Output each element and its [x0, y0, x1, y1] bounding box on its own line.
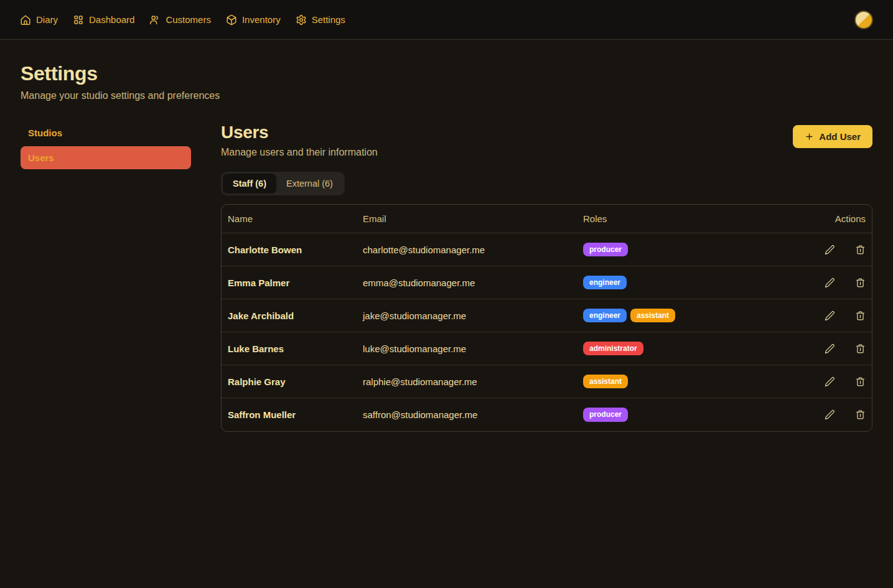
- nav-item-label: Customers: [166, 14, 211, 25]
- delete-user-button[interactable]: [855, 278, 866, 288]
- edit-user-button[interactable]: [825, 310, 835, 321]
- user-type-tabs: Staff (6) External (6): [221, 172, 345, 195]
- sidebar-item-users[interactable]: Users: [21, 146, 191, 169]
- cell-roles: producer: [583, 243, 791, 256]
- pencil-icon: [825, 376, 835, 387]
- home-icon: [20, 14, 31, 26]
- trash-icon: [855, 245, 866, 255]
- avatar[interactable]: [854, 11, 873, 29]
- table-header-row: Name Email Roles Actions: [222, 205, 872, 233]
- page-subtitle: Manage your studio settings and preferen…: [21, 90, 872, 101]
- nav-item-diary[interactable]: Diary: [20, 14, 58, 26]
- role-badge-administrator: administrator: [583, 342, 643, 355]
- nav-item-label: Dashboard: [89, 14, 134, 25]
- cell-email: charlotte@studiomanager.me: [363, 245, 583, 255]
- pencil-icon: [825, 310, 835, 321]
- cell-email: luke@studiomanager.me: [363, 343, 583, 354]
- cell-actions: [791, 310, 866, 321]
- cell-name: Ralphie Gray: [228, 376, 363, 387]
- cell-email: saffron@studiomanager.me: [363, 409, 583, 420]
- trash-icon: [855, 278, 866, 288]
- nav-item-label: Inventory: [242, 14, 281, 25]
- table-row: Jake Archibald jake@studiomanager.me eng…: [222, 299, 872, 332]
- nav-item-inventory[interactable]: Inventory: [226, 14, 281, 26]
- trash-icon: [855, 409, 866, 420]
- delete-user-button[interactable]: [855, 376, 866, 387]
- users-section: Users Manage users and their information…: [221, 123, 872, 432]
- edit-user-button[interactable]: [825, 376, 835, 387]
- nav-item-customers[interactable]: Customers: [149, 14, 211, 26]
- role-badge-engineer: engineer: [583, 309, 627, 322]
- users-icon: [149, 14, 161, 26]
- delete-user-button[interactable]: [855, 343, 866, 354]
- cell-email: jake@studiomanager.me: [363, 310, 583, 321]
- plus-icon: [805, 132, 814, 141]
- edit-user-button[interactable]: [825, 245, 835, 255]
- cell-name: Luke Barnes: [228, 343, 363, 354]
- users-table: Name Email Roles Actions Charlotte Bowen…: [221, 204, 872, 432]
- table-row: Luke Barnes luke@studiomanager.me admini…: [222, 332, 872, 365]
- cell-name: Jake Archibald: [228, 310, 363, 321]
- role-badge-assistant: assistant: [583, 375, 628, 388]
- pencil-icon: [825, 245, 835, 255]
- cell-actions: [791, 343, 866, 354]
- pencil-icon: [825, 409, 835, 420]
- page-title: Settings: [21, 62, 872, 85]
- settings-sidebar: Studios Users: [21, 123, 191, 172]
- role-badge-engineer: engineer: [583, 276, 627, 289]
- cell-name: Saffron Mueller: [228, 409, 363, 420]
- cell-name: Charlotte Bowen: [228, 245, 363, 255]
- cell-actions: [791, 409, 866, 420]
- cell-roles: engineerassistant: [583, 309, 791, 322]
- table-row: Saffron Mueller saffron@studiomanager.me…: [222, 398, 872, 431]
- table-body: Charlotte Bowen charlotte@studiomanager.…: [222, 233, 872, 431]
- cell-actions: [791, 245, 866, 255]
- cell-roles: assistant: [583, 375, 791, 388]
- section-title: Users: [221, 123, 378, 142]
- cell-name: Emma Palmer: [228, 278, 363, 288]
- delete-user-button[interactable]: [855, 245, 866, 255]
- cell-roles: administrator: [583, 342, 791, 355]
- cell-actions: [791, 376, 866, 387]
- delete-user-button[interactable]: [855, 409, 866, 420]
- cell-roles: producer: [583, 408, 791, 421]
- cell-email: ralphie@studiomanager.me: [363, 376, 583, 387]
- main-content: Settings Manage your studio settings and…: [0, 62, 893, 432]
- package-icon: [226, 14, 237, 26]
- section-subtitle: Manage users and their information: [221, 147, 378, 158]
- role-badge-producer: producer: [583, 408, 628, 421]
- column-header-email: Email: [363, 213, 583, 224]
- trash-icon: [855, 376, 866, 387]
- top-nav: Diary Dashboard Customers Inventory Sett…: [0, 0, 893, 40]
- role-badge-producer: producer: [583, 243, 628, 256]
- column-header-roles: Roles: [583, 213, 791, 224]
- pencil-icon: [825, 343, 835, 354]
- sidebar-item-studios[interactable]: Studios: [21, 123, 191, 143]
- pencil-icon: [825, 278, 835, 288]
- table-row: Emma Palmer emma@studiomanager.me engine…: [222, 266, 872, 299]
- table-row: Charlotte Bowen charlotte@studiomanager.…: [222, 233, 872, 266]
- add-user-button[interactable]: Add User: [793, 125, 872, 148]
- dashboard-icon: [73, 14, 84, 26]
- table-row: Ralphie Gray ralphie@studiomanager.me as…: [222, 365, 872, 398]
- tab-external[interactable]: External (6): [276, 174, 343, 194]
- add-user-button-label: Add User: [819, 131, 861, 142]
- trash-icon: [855, 343, 866, 354]
- delete-user-button[interactable]: [855, 310, 866, 321]
- role-badge-assistant: assistant: [630, 309, 675, 322]
- column-header-name: Name: [228, 213, 363, 224]
- gear-icon: [296, 14, 307, 26]
- cell-actions: [791, 278, 866, 288]
- edit-user-button[interactable]: [825, 278, 835, 288]
- nav-item-dashboard[interactable]: Dashboard: [73, 14, 134, 26]
- cell-roles: engineer: [583, 276, 791, 289]
- tab-staff[interactable]: Staff (6): [223, 174, 276, 194]
- nav-item-settings[interactable]: Settings: [296, 14, 345, 26]
- nav-item-label: Settings: [312, 14, 345, 25]
- cell-email: emma@studiomanager.me: [363, 278, 583, 288]
- trash-icon: [855, 310, 866, 321]
- edit-user-button[interactable]: [825, 409, 835, 420]
- edit-user-button[interactable]: [825, 343, 835, 354]
- nav-item-label: Diary: [36, 14, 58, 25]
- column-header-actions: Actions: [791, 213, 866, 224]
